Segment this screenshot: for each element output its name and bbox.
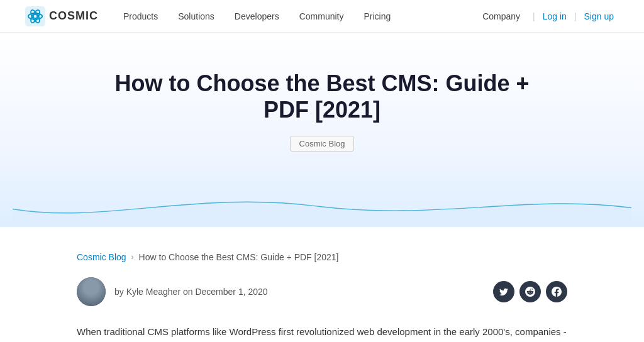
- breadcrumb-current: How to Choose the Best CMS: Guide + PDF …: [139, 252, 339, 262]
- cosmic-logo-icon: [25, 6, 45, 26]
- facebook-share-button[interactable]: [546, 281, 567, 302]
- breadcrumb: Cosmic Blog › How to Choose the Best CMS…: [77, 252, 567, 262]
- nav-solutions[interactable]: Solutions: [168, 0, 225, 33]
- nav-links: Products Solutions Developers Community …: [113, 0, 472, 33]
- reddit-icon: [525, 287, 535, 297]
- twitter-share-button[interactable]: [493, 281, 514, 302]
- breadcrumb-chevron-icon: ›: [131, 253, 134, 262]
- logo[interactable]: COSMIC: [25, 6, 98, 26]
- twitter-icon: [499, 287, 509, 297]
- author-row: by Kyle Meagher on December 1, 2020: [77, 277, 567, 306]
- nav-developers[interactable]: Developers: [225, 0, 289, 33]
- nav-right: Company | Log in | Sign up: [472, 11, 619, 21]
- nav-community[interactable]: Community: [289, 0, 354, 33]
- hero-title: How to Choose the Best CMS: Guide + PDF …: [102, 70, 542, 123]
- author-meta: by Kyle Meagher on December 1, 2020: [114, 287, 268, 297]
- article-paragraph-1: When traditional CMS platforms like Word…: [77, 324, 567, 342]
- avatar: [77, 277, 106, 306]
- hero-tag[interactable]: Cosmic Blog: [290, 136, 355, 152]
- nav-company[interactable]: Company: [472, 11, 530, 21]
- nav-auth-divider: |: [533, 11, 535, 21]
- author-info: by Kyle Meagher on December 1, 2020: [77, 277, 268, 306]
- brand-name: COSMIC: [49, 9, 98, 23]
- wave-decoration: [13, 183, 631, 227]
- reddit-share-button[interactable]: [519, 281, 541, 302]
- facebook-icon: [552, 287, 562, 297]
- breadcrumb-link[interactable]: Cosmic Blog: [77, 252, 126, 262]
- hero-section: How to Choose the Best CMS: Guide + PDF …: [0, 33, 644, 227]
- signup-button[interactable]: Sign up: [579, 11, 619, 21]
- nav-products[interactable]: Products: [113, 0, 168, 33]
- content-area: Cosmic Blog › How to Choose the Best CMS…: [52, 227, 592, 342]
- nav-divider2: |: [574, 11, 577, 21]
- social-share-buttons: [493, 281, 567, 302]
- avatar-image: [77, 277, 106, 306]
- nav-pricing[interactable]: Pricing: [353, 0, 401, 33]
- login-button[interactable]: Log in: [538, 11, 572, 21]
- navbar: COSMIC Products Solutions Developers Com…: [0, 0, 644, 33]
- wave-svg: [13, 185, 631, 227]
